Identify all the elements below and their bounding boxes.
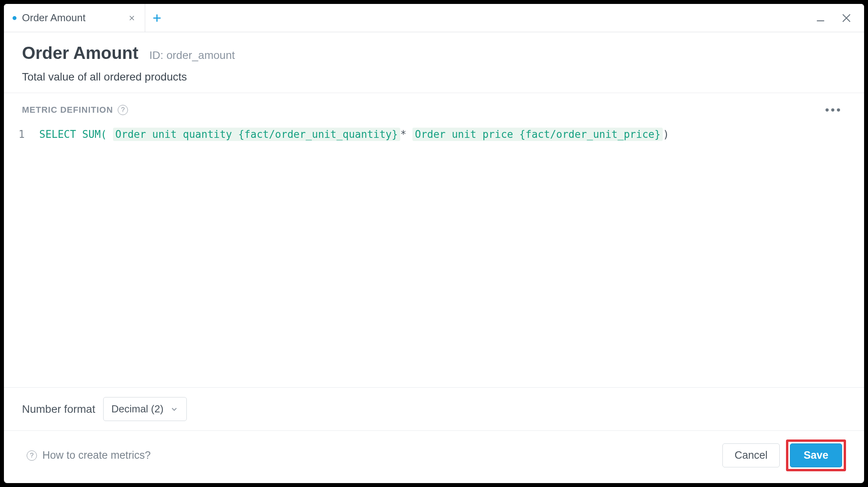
window-controls [815,4,864,32]
close-window-button[interactable] [841,12,852,24]
help-icon[interactable]: ? [118,105,128,115]
metric-description: Total value of all ordered products [22,71,846,83]
closing-paren: ) [663,128,669,140]
help-icon: ? [27,450,37,461]
unsaved-dot-icon [13,16,16,20]
tab-bar: Order Amount [4,4,864,32]
footer-bar: ? How to create metrics? Cancel Save [4,431,864,483]
fact-chip-price[interactable]: Order unit price {fact/order_unit_price} [412,128,663,141]
save-button[interactable]: Save [790,443,842,467]
number-format-label: Number format [22,403,95,416]
save-button-highlight: Save [786,439,846,471]
id-prefix: ID: [150,49,164,61]
fact-name: Order unit quantity [115,128,232,140]
definition-section-header: METRIC DEFINITION ? ••• [4,93,864,121]
chevron-down-icon [170,405,179,414]
close-icon [128,15,135,22]
tab-order-amount[interactable]: Order Amount [4,4,145,32]
line-gutter: 1 [4,126,39,387]
metric-id: ID: order_amount [150,49,235,62]
how-to-text: How to create metrics? [42,449,151,461]
metric-header: Order Amount ID: order_amount Total valu… [4,32,864,93]
operator-multiply: * [400,128,407,140]
close-icon [841,13,852,24]
maql-editor[interactable]: 1 SELECT SUM( Order unit quantity {fact/… [4,121,864,388]
fact-path: {fact/order_unit_price} [519,128,660,140]
how-to-link[interactable]: ? How to create metrics? [22,449,151,461]
number-format-row: Number format Decimal (2) [4,388,864,431]
id-value: order_amount [166,49,235,61]
more-options-button[interactable]: ••• [825,103,846,117]
definition-label: METRIC DEFINITION [22,105,113,115]
number-format-value: Decimal (2) [111,403,164,415]
fact-name: Order unit price [415,128,513,140]
fact-chip-quantity[interactable]: Order unit quantity {fact/order_unit_qua… [113,128,400,141]
line-number: 1 [4,128,39,140]
metric-editor-window: Order Amount Order Amount [4,4,864,483]
fact-path: {fact/order_unit_quantity} [238,128,398,140]
minimize-window-button[interactable] [815,12,826,24]
tab-title: Order Amount [22,12,122,24]
keyword-select: SELECT [39,128,76,140]
page-title: Order Amount [22,43,139,63]
new-tab-button[interactable] [145,4,169,32]
plus-icon [151,13,162,24]
minimize-icon [815,13,826,24]
number-format-select[interactable]: Decimal (2) [103,397,187,421]
close-tab-button[interactable] [128,14,136,22]
cancel-button[interactable]: Cancel [722,443,780,467]
keyword-sum: SUM( [82,128,107,140]
code-line[interactable]: SELECT SUM( Order unit quantity {fact/or… [39,126,669,387]
